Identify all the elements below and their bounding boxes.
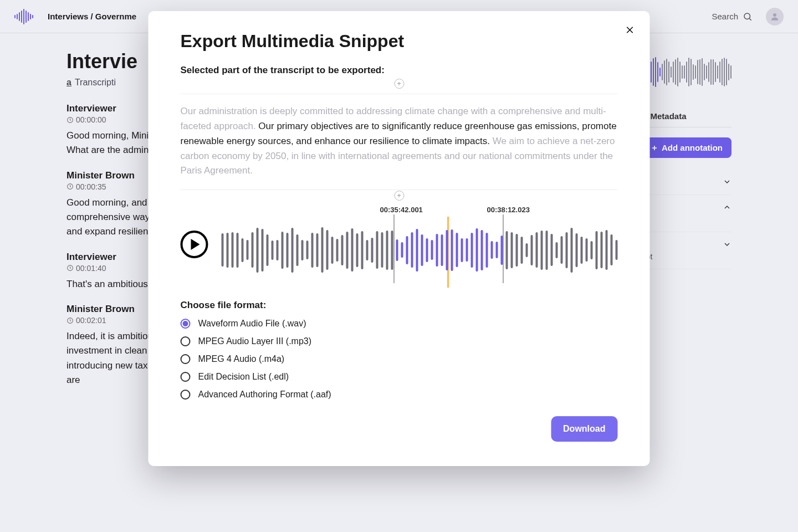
radio-selected-icon xyxy=(181,319,191,329)
snippet-waveform[interactable]: 00:35:42.001 00:38:12.023 xyxy=(222,206,618,283)
selection-start-time: 00:35:42.001 xyxy=(380,206,423,214)
format-label: Waveform Audio File (.wav) xyxy=(198,319,306,329)
extend-selection-down[interactable]: + xyxy=(394,191,404,201)
radio-unselected-icon xyxy=(181,372,191,382)
radio-unselected-icon xyxy=(181,390,191,400)
selection-end-time: 00:38:12.023 xyxy=(487,206,530,214)
play-icon xyxy=(191,239,200,250)
export-modal: Export Multimedia Snippet Selected part … xyxy=(149,11,650,466)
modal-title: Export Multimedia Snippet xyxy=(181,31,618,52)
transcript-section-label: Selected part of the transcript to be ex… xyxy=(181,65,618,76)
transcript-excerpt[interactable]: Our administration is deeply committed t… xyxy=(181,94,618,190)
download-button[interactable]: Download xyxy=(551,416,617,442)
format-option[interactable]: MPEG Audio Layer III (.mp3) xyxy=(181,336,618,346)
close-icon xyxy=(625,25,635,35)
format-label: MPEG Audio Layer III (.mp3) xyxy=(198,336,312,346)
format-option[interactable]: Waveform Audio File (.wav) xyxy=(181,319,618,329)
format-options: Waveform Audio File (.wav)MPEG Audio Lay… xyxy=(181,319,618,400)
format-option[interactable]: Edit Decision List (.edl) xyxy=(181,372,618,382)
play-button[interactable] xyxy=(181,231,208,258)
format-label: MPEG 4 Audio (.m4a) xyxy=(198,354,285,364)
format-option[interactable]: MPEG 4 Audio (.m4a) xyxy=(181,354,618,364)
close-button[interactable] xyxy=(622,22,638,38)
extend-selection-up[interactable]: + xyxy=(394,79,404,89)
format-label: Edit Decision List (.edl) xyxy=(198,372,289,382)
excerpt-container: + Our administration is deeply committed… xyxy=(181,84,618,196)
format-label: Advanced Authoring Format (.aaf) xyxy=(198,390,331,400)
radio-unselected-icon xyxy=(181,336,191,346)
radio-unselected-icon xyxy=(181,354,191,364)
format-option[interactable]: Advanced Authoring Format (.aaf) xyxy=(181,390,618,400)
format-section-label: Choose file format: xyxy=(181,300,618,311)
